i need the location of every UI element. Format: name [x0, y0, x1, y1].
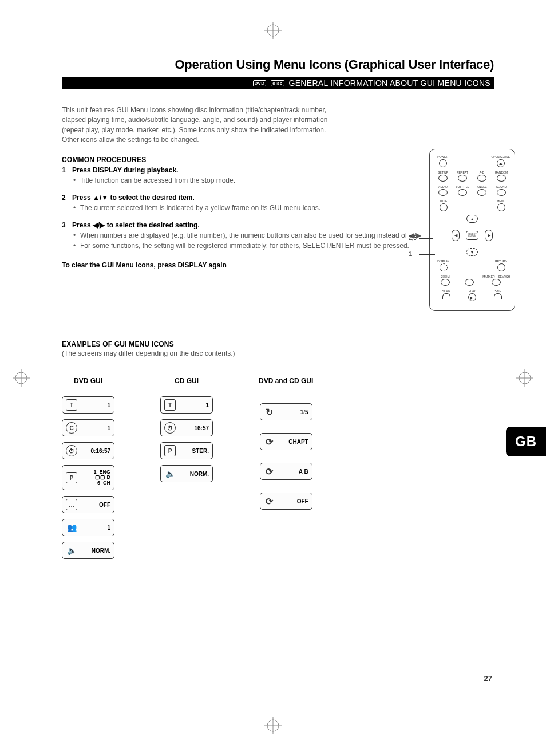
- clock-icon: ⏱: [164, 422, 176, 434]
- gui-chip: ⏱16:57: [160, 419, 213, 436]
- remote-menu-button: [497, 203, 505, 211]
- remote-audio-button: [438, 189, 448, 196]
- section-bar: DVD disc GENERAL INFORMATION ABOUT GUI M…: [62, 77, 494, 89]
- cd-gui-title: CD GUI: [175, 377, 199, 385]
- gui-chip: ↻1/5: [260, 403, 312, 420]
- remote-marker-button: [465, 279, 474, 286]
- remote-label-power: POWER: [437, 155, 448, 159]
- dvd-cd-gui-title: DVD and CD GUI: [259, 377, 313, 385]
- step-1-head: Press DISPLAY during playback.: [72, 166, 178, 174]
- gui-chip: ⟳CHAPT: [260, 433, 312, 450]
- title-icon: T: [66, 399, 77, 411]
- registration-mark-left: [13, 369, 30, 387]
- gui-chip: ⟳A B: [260, 463, 312, 480]
- page-number: 27: [484, 674, 492, 683]
- remote-open-close-button: ⏏: [497, 159, 505, 167]
- gui-chip-chapter: C1: [62, 419, 114, 436]
- gui-chip: T1: [160, 396, 213, 414]
- gui-chip: 🔈NORM.: [160, 465, 213, 482]
- remote-display-button: [440, 263, 448, 271]
- remote-dpad: ▲ ▼ ◀ ▶ SELECT ENTER: [452, 215, 493, 256]
- callout-line: [419, 238, 433, 239]
- remote-angle-button: [477, 189, 486, 196]
- remote-illustration: 2,3 1 POWER OPEN/CLOSE⏏ SET UP REPEAT A-…: [429, 149, 515, 311]
- step-2-num: 2: [62, 194, 68, 213]
- subtitle-icon: …: [66, 499, 77, 510]
- step-1-num: 1: [62, 166, 68, 186]
- title-icon: T: [164, 399, 176, 411]
- dvd-gui-column: DVD GUI T1 C1 ⏱0:16:57 P1 ENG ▢▢ D 6 CH …: [62, 377, 114, 559]
- remote-play-button: ▶: [468, 293, 476, 301]
- speaker-icon: 🔈: [66, 545, 77, 556]
- step-3-num: 3: [62, 221, 68, 251]
- dvd-logo-icon: DVD: [253, 80, 267, 86]
- step-3-head: Press ◀/▶ to select the desired setting.: [72, 221, 200, 229]
- registration-mark-bottom: [264, 717, 282, 734]
- repeat-icon: ⟳: [264, 495, 275, 507]
- repeat-icon: ↻: [264, 406, 275, 418]
- gui-chip-sound: 🔈NORM.: [62, 542, 114, 559]
- speaker-icon: 🔈: [164, 468, 176, 479]
- bar-logos: DVD disc: [253, 80, 284, 86]
- remote-left-button: ◀: [452, 230, 460, 241]
- audio-track-icon: P: [164, 445, 176, 456]
- remote-power-button: [439, 159, 447, 167]
- eject-icon: ⏏: [499, 162, 503, 166]
- step-2-head: Press ▲/▼ to select the desired item.: [72, 194, 195, 202]
- examples-section: EXAMPLES OF GUI MENU ICONS (The screens …: [62, 340, 494, 559]
- remote-repeat-button: [458, 175, 467, 182]
- left-right-arrow-icon: ◀/▶: [93, 221, 105, 229]
- gui-chip-audio: P1 ENG ▢▢ D 6 CH: [62, 465, 114, 490]
- remote-search-button: [492, 279, 501, 286]
- remote-skip-button: [494, 293, 502, 299]
- registration-mark-right: [516, 369, 533, 387]
- repeat-ab-icon: ⟳: [264, 466, 275, 477]
- callout-23: 2,3: [409, 235, 417, 241]
- crop-guide-h: [0, 69, 29, 69]
- play-icon: ▶: [470, 296, 473, 300]
- examples-heading: EXAMPLES OF GUI MENU ICONS: [62, 340, 494, 348]
- gui-chip-angle: 👥1: [62, 519, 114, 536]
- gui-chip-subtitle: …OFF: [62, 496, 114, 513]
- chapter-icon: C: [66, 422, 77, 434]
- disc-logo-icon: disc: [271, 80, 284, 86]
- gui-chip-time: ⏱0:16:57: [62, 442, 114, 459]
- callout-1: 1: [409, 251, 412, 257]
- remote-sound-button: [497, 189, 506, 196]
- remote-random-button: [497, 175, 506, 182]
- remote-right-button: ▶: [485, 230, 493, 241]
- gui-chip: ⟳OFF: [260, 493, 312, 510]
- remote-subtitle-button: [458, 189, 467, 196]
- remote-label-open: OPEN/CLOSE: [491, 155, 510, 159]
- repeat-icon: ⟳: [264, 436, 275, 447]
- dvd-cd-gui-column: DVD and CD GUI ↻1/5 ⟳CHAPT ⟳A B ⟳OFF: [259, 377, 313, 559]
- up-down-arrow-icon: ▲/▼: [93, 194, 108, 202]
- language-tab: GB: [506, 427, 546, 456]
- remote-down-button: ▼: [466, 248, 478, 256]
- gui-chip: PSTER.: [160, 442, 213, 459]
- remote-setup-button: [438, 175, 448, 182]
- angle-icon: 👥: [66, 522, 77, 533]
- examples-note: (The screens may differ depending on the…: [62, 349, 494, 357]
- callout-line: [419, 254, 435, 255]
- gui-chip-title: T1: [62, 396, 114, 414]
- remote-return-button: [497, 263, 505, 271]
- remote-ab-button: [477, 175, 486, 182]
- remote-scan-button: [442, 293, 450, 299]
- intro-text: This unit features GUI Menu Icons showin…: [62, 105, 331, 145]
- remote-select-enter-button: SELECT ENTER: [466, 231, 478, 240]
- section-bar-text: GENERAL INFORMATION ABOUT GUI MENU ICONS: [289, 78, 490, 88]
- audio-track-icon: P: [66, 472, 77, 483]
- page-title: Operation Using Menu Icons (Graphical Us…: [62, 57, 494, 72]
- remote-zoom-button: [441, 279, 450, 286]
- clock-icon: ⏱: [66, 445, 77, 456]
- remote-title-button: [440, 203, 448, 211]
- crop-guide-v: [29, 34, 29, 69]
- dvd-gui-title: DVD GUI: [74, 377, 102, 385]
- registration-mark-top: [264, 22, 282, 39]
- remote-up-button: ▲: [466, 215, 478, 223]
- cd-gui-column: CD GUI T1 ⏱16:57 PSTER. 🔈NORM.: [160, 377, 213, 559]
